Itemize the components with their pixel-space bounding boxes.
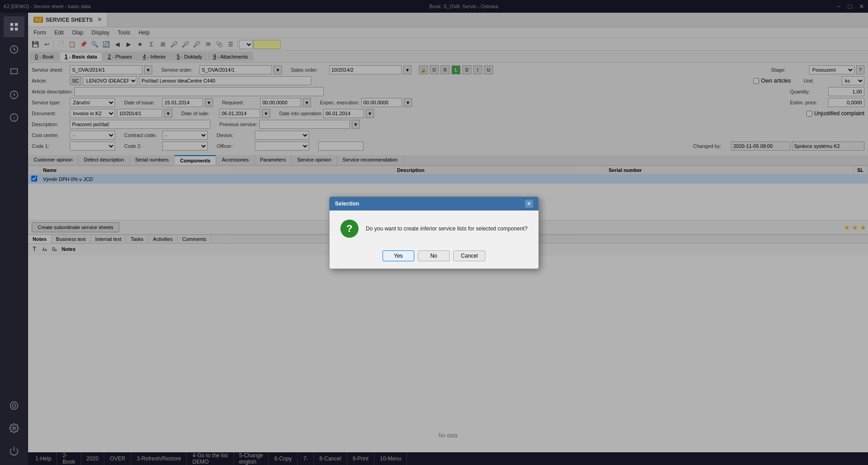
modal-message: Do you want to create inferior service l… [366,225,528,232]
modal-overlay: Selection ✕ ? Do you want to create infe… [0,0,868,465]
modal-body: ? Do you want to create inferior service… [330,210,538,247]
modal-cancel-button[interactable]: Cancel [453,250,485,261]
modal-title: Selection [335,201,359,207]
modal-yes-button[interactable]: Yes [383,250,414,261]
modal-no-button[interactable]: No [418,250,450,261]
modal-footer: Yes No Cancel [330,247,538,269]
modal-close-button[interactable]: ✕ [525,200,533,208]
selection-dialog: Selection ✕ ? Do you want to create infe… [329,196,539,269]
modal-header: Selection ✕ [330,197,538,210]
modal-question-icon: ? [340,220,359,238]
